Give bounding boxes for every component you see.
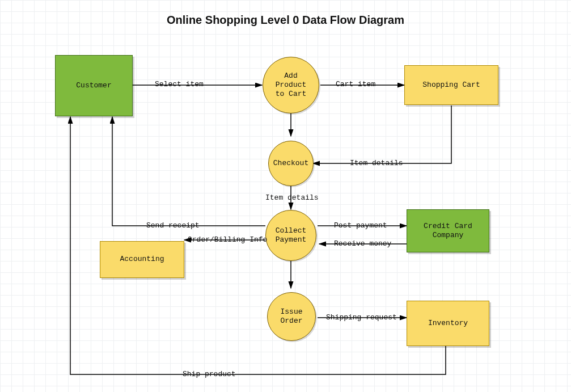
- entity-credit-card-company: Credit Card Company: [407, 209, 489, 252]
- process-issue-order: Issue Order: [267, 292, 316, 341]
- process-add-product-to-cart: Add Product to Cart: [263, 57, 319, 113]
- process-checkout: Checkout: [268, 141, 314, 186]
- process-collect-payment: Collect Payment: [265, 210, 316, 261]
- diagram-title: Online Shopping Level 0 Data Flow Diagra…: [0, 14, 571, 27]
- entity-accounting: Accounting: [100, 241, 184, 278]
- entity-customer: Customer: [55, 55, 133, 116]
- datastore-shopping-cart: Shopping Cart: [404, 65, 498, 105]
- datastore-inventory: Inventory: [407, 301, 489, 346]
